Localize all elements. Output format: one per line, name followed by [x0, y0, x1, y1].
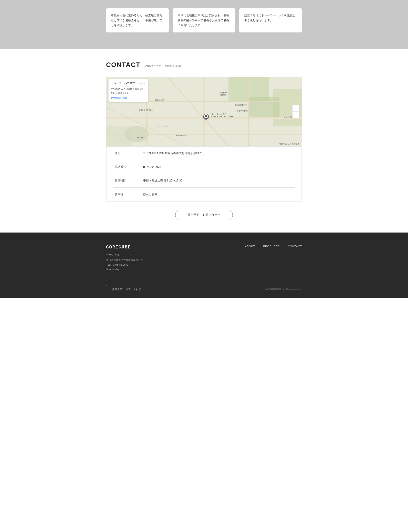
contact-heading: CONTACT 見学のご予約・お問い合わせ: [106, 61, 302, 69]
card-2: 車検に合格後に車検証が交付され、各種税金の納付や車両の名義をお客様の名義に変更い…: [173, 8, 235, 33]
map-wrapper[interactable]: トレーラーハウス ファクトリー コアスリー... 大野原町 福田原 光石工芸所 …: [106, 77, 302, 146]
svg-text:ファミリーマート: ファミリーマート: [153, 125, 168, 127]
footer-address: 〒769-1614 香川県観音寺市大野原町萩原2176 TEL：0875-82-…: [106, 253, 144, 272]
svg-text:ファクトリー コアスリー...: ファクトリー コアスリー...: [210, 115, 235, 118]
map-report: 地図の誤りを報告する: [279, 142, 300, 145]
top-section: 車検を円滑に進めるため、検査場に持ち込む前に予備検査を行い、不備が無いことを確認…: [0, 0, 408, 49]
footer-nav-contact[interactable]: CONTACT: [288, 245, 302, 248]
card-1: 車検を円滑に進めるため、検査場に持ち込む前に予備検査を行い、不備が無いことを確認…: [106, 8, 169, 33]
footer-nav-products[interactable]: PRODUCTS: [263, 245, 280, 248]
svg-text:福田原頂點神社: 福田原頂點神社: [235, 104, 247, 106]
address-label: 住所: [115, 151, 143, 155]
info-row-address: 住所 〒769-1614 香川県観音寺市大野原町萩原2176: [113, 147, 295, 160]
parking-label: 駐車場: [115, 192, 143, 196]
hours-label: 営業時間: [115, 179, 143, 183]
tel-label: 電話番号: [115, 165, 143, 169]
svg-text:豊南中学校跡: 豊南中学校跡: [237, 110, 248, 112]
footer-address-line1: 〒769-1614: [106, 253, 144, 258]
footer-bottom: 見学予約・お問い合わせ © CORETHREE. All Rights rese…: [106, 280, 302, 298]
info-row-tel: 電話番号 0875-82-9973: [113, 160, 295, 174]
footer-top: CORECUBE 〒769-1614 香川県観音寺市大野原町萩原2176 TEL…: [106, 245, 302, 280]
footer-map-link[interactable]: Google Map: [106, 268, 119, 271]
svg-rect-4: [106, 126, 131, 146]
footer-logo: CORECUBE: [106, 245, 144, 250]
svg-point-18: [205, 115, 207, 117]
card-3-text: 設置予定地にトレーラーハウスの設置と引き渡しを行います。: [244, 13, 297, 23]
tel-value: 0875-82-9973: [143, 165, 161, 169]
info-row-parking: 駐車場 数台分あり: [113, 188, 295, 201]
map-zoom-controls: + −: [292, 105, 299, 118]
cta-wrap: 見学予約・お問い合わせ: [106, 201, 302, 233]
card-2-text: 車検に合格後に車検証が交付され、各種税金の納付や車両の名義をお客様の名義に変更い…: [178, 13, 230, 27]
footer-inner: CORECUBE 〒769-1614 香川県観音寺市大野原町萩原2176 TEL…: [106, 245, 302, 298]
svg-text:福田原: 福田原: [220, 94, 226, 96]
svg-text:フジカワ東: フジカワ東: [284, 116, 293, 118]
info-section: 住所 〒769-1614 香川県観音寺市大野原町萩原2176 電話番号 0875…: [106, 146, 302, 201]
zoom-out-button[interactable]: −: [293, 112, 299, 118]
zoom-in-button[interactable]: +: [293, 105, 299, 112]
footer-address-line2: 香川県観音寺市大野原町萩原2176: [106, 258, 144, 262]
contact-inner: CONTACT 見学のご予約・お問い合わせ: [0, 49, 408, 233]
svg-text:大野原町萩原: 大野原町萩原: [175, 135, 187, 137]
card-3: 設置予定地にトレーラーハウスの設置と引き渡しを行います。: [239, 8, 302, 33]
map-info-box: トレーラーハウスファクトリ... ルート 〒769-1614 香川県観音寺市大野…: [108, 79, 148, 102]
cards-row: 車検を円滑に進めるため、検査場に持ち込む前に予備検査を行い、不備が無いことを確認…: [106, 8, 302, 33]
route-button[interactable]: ルート: [139, 82, 145, 85]
footer-cta-button[interactable]: 見学予約・お問い合わせ: [106, 285, 147, 293]
footer-copyright: © CORETHREE. All Rights reserved.: [265, 288, 302, 290]
place-name: トレーラーハウスファクトリ...: [111, 81, 137, 86]
contact-title: CONTACT: [106, 61, 140, 69]
cta-button[interactable]: 見学予約・お問い合わせ: [175, 210, 233, 220]
map-report-label: 地図の誤りを報告する: [279, 142, 300, 145]
expand-map-link[interactable]: 拡大地図を表示: [111, 96, 145, 100]
svg-text:喫茶 花: 喫茶 花: [137, 137, 143, 139]
footer-tel: TEL：0875-82-9973: [106, 262, 144, 267]
hours-value: 平日・隔週土曜日 8:20〜17:30: [143, 179, 182, 183]
contact-section: CONTACT 見学のご予約・お問い合わせ: [0, 49, 408, 233]
address-value: 〒769-1614 香川県観音寺市大野原町萩原2176: [143, 151, 202, 155]
svg-text:トレーラーハウス: トレーラーハウス: [210, 113, 226, 115]
contact-subtitle: 見学のご予約・お問い合わせ: [144, 64, 182, 68]
svg-text:大野原町: 大野原町: [220, 92, 228, 94]
footer-nav-about[interactable]: ABOUT: [245, 245, 255, 248]
card-1-text: 車検を円滑に進めるため、検査場に持ち込む前に予備検査を行い、不備が無いことを確認…: [111, 13, 164, 27]
map-placeholder: トレーラーハウス ファクトリー コアスリー... 大野原町 福田原 光石工芸所 …: [106, 77, 302, 146]
parking-value: 数台分あり: [143, 192, 157, 196]
footer-nav: ABOUT PRODUCTS CONTACT: [245, 245, 302, 248]
svg-text:ISEKIコイン精米: ISEKIコイン精米: [139, 109, 153, 111]
map-address: 〒769-1614 香川県観音寺市大野原町萩原２１７６: [111, 87, 145, 95]
contact-map-info-box: トレーラーハウス ファクトリー コアスリー... 大野原町 福田原 光石工芸所 …: [106, 77, 302, 201]
footer: CORECUBE 〒769-1614 香川県観音寺市大野原町萩原2176 TEL…: [0, 233, 408, 298]
svg-text:光石工芸所: 光石工芸所: [155, 99, 164, 101]
info-row-hours: 営業時間 平日・隔週土曜日 8:20〜17:30: [113, 174, 295, 188]
footer-left: CORECUBE 〒769-1614 香川県観音寺市大野原町萩原2176 TEL…: [106, 245, 144, 272]
